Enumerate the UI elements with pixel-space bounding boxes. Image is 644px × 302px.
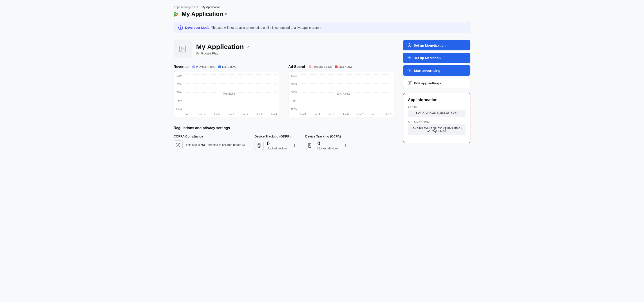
- revenue-no-data: NO DATA: [222, 93, 236, 96]
- ccpa-content: 0 blocked devices ⬇: [305, 140, 347, 150]
- ad-spend-x-labels: Jan 3 Jan 4 Jan 5 Jan 6 Jan 7 Jan 8 Jan …: [300, 113, 392, 115]
- app-title-block: My Application ↗ Google Play: [196, 43, 249, 55]
- gdpr-item: Device Tracking (GDPR): [254, 135, 296, 150]
- banner-label: Developer Mode:: [185, 26, 210, 30]
- ad-spend-y-labels: $20K $15K $10K $5K $0.00: [288, 75, 298, 110]
- banner-text: Developer Mode: This app will not be abl…: [185, 26, 322, 30]
- breadcrumb-separator: /: [200, 6, 200, 9]
- svg-point-1: [181, 48, 182, 49]
- svg-rect-18: [409, 56, 410, 57]
- svg-line-3: [177, 145, 178, 146]
- ad-spend-chart-area: $20K $15K $10K $5K $0.00: [288, 72, 394, 117]
- revenue-x-labels: Jan 3 Jan 4 Jan 5 Jan 6 Jan 7 Jan 8 Jan …: [185, 113, 277, 115]
- app-id-label: APP ID: [408, 106, 466, 109]
- coppa-icon: [174, 140, 182, 149]
- svg-line-23: [410, 57, 410, 58]
- right-section: Set up Monetization Set up Mediation: [403, 40, 470, 150]
- image-placeholder-icon: [178, 45, 187, 53]
- svg-rect-20: [410, 57, 411, 58]
- regulations-section: Regulations and privacy settings COPPA C…: [174, 126, 394, 150]
- main-content: My Application ↗ Google Play: [174, 40, 470, 150]
- ad-spend-prev-dot: [309, 66, 312, 68]
- ccpa-count-block: 0 blocked devices: [317, 140, 338, 150]
- app-information-card: App information APP ID 1a2b3c4d5e6f7g8h9…: [403, 93, 470, 143]
- mediation-icon: [408, 56, 412, 60]
- ad-spend-last-dot: [335, 66, 338, 68]
- google-play-icon: [174, 11, 180, 17]
- edit-settings-icon: [408, 81, 412, 85]
- coppa-description: This app is NOT directed to children und…: [186, 143, 246, 147]
- advertising-icon: [408, 68, 412, 73]
- svg-marker-24: [408, 69, 410, 72]
- coppa-item: COPPA Compliance: [174, 135, 246, 150]
- breadcrumb-current: My Application: [202, 6, 220, 9]
- app-signature-value: 1a2b3c4d5e6f7g8h9i0j1k2l3m4n5o6p7q8r9s0t: [408, 124, 466, 135]
- gdpr-phone-icon: [254, 141, 264, 150]
- revenue-legend-last: Last 7 days: [218, 65, 236, 68]
- app-header: My Application ▾: [174, 11, 470, 18]
- coppa-cross-icon: [176, 142, 180, 147]
- ccpa-title: Device Tracking (CCPA): [305, 135, 347, 138]
- revenue-gridlines: [185, 75, 277, 110]
- revenue-prev-label: Previous 7 days: [196, 65, 215, 68]
- app-icon: [174, 40, 192, 58]
- revenue-y-labels: $20K $15K $10K $5K $0.00: [174, 75, 184, 110]
- left-section: My Application ↗ Google Play: [174, 40, 394, 150]
- start-advertising-button[interactable]: Start advertising: [403, 65, 470, 76]
- revenue-legend-prev: Previous 7 days: [192, 65, 215, 68]
- revenue-chart: Revenue Previous 7 days Last 7 days: [174, 65, 279, 117]
- ad-spend-legend-last: Last 7 days: [335, 65, 352, 68]
- ccpa-phone-icon: [305, 141, 314, 150]
- platform-name: Google Play: [201, 52, 218, 55]
- setup-monetization-button[interactable]: Set up Monetization: [403, 40, 470, 50]
- ad-spend-prev-label: Previous 7 days: [312, 65, 332, 68]
- external-link-icon[interactable]: ↗: [246, 45, 249, 49]
- svg-line-5: [178, 146, 178, 147]
- ad-spend-chart: Ad Spend Previous 7 days Last 7 days: [288, 65, 394, 117]
- gdpr-device-icon: [256, 143, 262, 148]
- ad-spend-chart-header: Ad Spend Previous 7 days Last 7 days: [288, 65, 394, 69]
- gdpr-count-block: 0 blocked devices: [267, 140, 288, 150]
- regulations-title: Regulations and privacy settings: [174, 126, 394, 130]
- edit-app-settings-button[interactable]: Edit app settings: [403, 78, 470, 88]
- gdpr-content: 0 blocked devices ⬇: [254, 140, 296, 150]
- ccpa-label: blocked devices: [317, 147, 338, 150]
- breadcrumb-parent[interactable]: Apps Management: [174, 6, 198, 9]
- ad-spend-gridlines: [300, 75, 392, 110]
- app-title: My Application: [182, 11, 223, 18]
- gdpr-title: Device Tracking (GDPR): [254, 135, 296, 138]
- coppa-title: COPPA Compliance: [174, 135, 246, 138]
- revenue-chart-legend: Previous 7 days Last 7 days: [192, 65, 236, 68]
- charts-row: Revenue Previous 7 days Last 7 days: [174, 65, 394, 117]
- app-signature-label: APP SIGNATURE: [408, 120, 466, 123]
- ccpa-count: 0: [317, 140, 320, 147]
- gdpr-count: 0: [267, 140, 270, 147]
- ccpa-item: Device Tracking (CCPA): [305, 135, 347, 150]
- chevron-down-icon[interactable]: ▾: [225, 12, 227, 17]
- gdpr-label: blocked devices: [267, 147, 288, 150]
- ad-spend-legend-prev: Previous 7 days: [309, 65, 332, 68]
- svg-rect-17: [408, 57, 409, 58]
- revenue-prev-dot: [192, 66, 195, 68]
- ccpa-download-icon[interactable]: ⬇: [344, 143, 347, 148]
- ad-spend-chart-title: Ad Spend: [288, 65, 305, 69]
- google-play-small-icon: [196, 52, 200, 55]
- revenue-chart-title: Revenue: [174, 65, 189, 69]
- developer-mode-banner: i Developer Mode: This app will not be a…: [174, 22, 470, 33]
- app-info-card-title: App information: [408, 98, 466, 102]
- setup-mediation-button[interactable]: Set up Mediation: [403, 53, 470, 63]
- ad-spend-chart-legend: Previous 7 days Last 7 days: [309, 65, 352, 68]
- app-name-large: My Application ↗: [196, 43, 249, 51]
- ccpa-device-icon: [307, 143, 312, 148]
- banner-message: This app will not be able to monetize un…: [211, 26, 322, 30]
- app-platform: Google Play: [196, 52, 249, 55]
- gdpr-download-icon[interactable]: ⬇: [293, 143, 296, 148]
- coppa-content: This app is NOT directed to children und…: [174, 140, 246, 149]
- svg-line-22: [410, 57, 410, 57]
- info-icon: i: [178, 26, 183, 30]
- breadcrumb: Apps Management / My Application: [174, 6, 470, 9]
- revenue-chart-header: Revenue Previous 7 days Last 7 days: [174, 65, 279, 69]
- app-id-value: 1a2b3c4d5e6f7g8h9i0j1k2l: [408, 110, 466, 117]
- ad-spend-no-data: NO DATA: [337, 93, 350, 96]
- svg-rect-19: [409, 58, 410, 58]
